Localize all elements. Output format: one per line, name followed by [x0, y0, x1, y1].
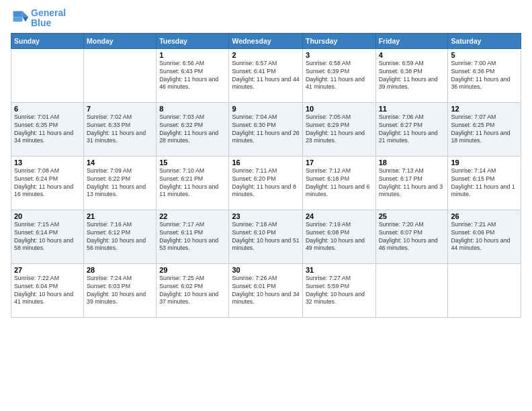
cell-info: Sunrise: 7:15 AMSunset: 6:14 PMDaylight:… [14, 221, 81, 253]
logo-text: General Blue [31, 8, 66, 29]
svg-marker-0 [23, 11, 29, 17]
day-number: 14 [87, 158, 153, 167]
day-number: 5 [451, 51, 518, 59]
cell-info: Sunrise: 7:09 AMSunset: 6:22 PMDaylight:… [87, 167, 153, 199]
calendar-cell: 27Sunrise: 7:22 AMSunset: 6:04 PMDayligh… [11, 263, 84, 317]
cell-info: Sunrise: 7:08 AMSunset: 6:24 PMDaylight:… [14, 167, 81, 199]
calendar-cell: 8Sunrise: 7:03 AMSunset: 6:32 PMDaylight… [157, 102, 229, 156]
day-number: 7 [87, 105, 153, 113]
calendar-header-monday: Monday [84, 33, 157, 48]
calendar-cell: 23Sunrise: 7:18 AMSunset: 6:10 PMDayligh… [229, 210, 303, 263]
day-number: 29 [159, 266, 226, 274]
day-number: 23 [232, 212, 300, 220]
cell-info: Sunrise: 7:12 AMSunset: 6:18 PMDaylight:… [306, 167, 373, 199]
calendar-header-saturday: Saturday [448, 33, 521, 48]
calendar-header-friday: Friday [375, 33, 448, 48]
day-number: 4 [379, 51, 445, 59]
calendar-header-sunday: Sunday [11, 33, 84, 48]
cell-info: Sunrise: 7:18 AMSunset: 6:10 PMDaylight:… [232, 221, 300, 253]
calendar-week-3: 20Sunrise: 7:15 AMSunset: 6:14 PMDayligh… [11, 210, 521, 263]
cell-info: Sunrise: 7:17 AMSunset: 6:11 PMDaylight:… [159, 221, 226, 253]
cell-info: Sunrise: 7:01 AMSunset: 6:35 PMDaylight:… [14, 113, 81, 146]
day-number: 11 [379, 105, 445, 113]
calendar-table: SundayMondayTuesdayWednesdayThursdayFrid… [11, 33, 521, 318]
cell-info: Sunrise: 7:02 AMSunset: 6:33 PMDaylight:… [87, 113, 153, 146]
svg-rect-3 [13, 17, 23, 22]
svg-marker-1 [23, 17, 29, 22]
cell-info: Sunrise: 7:22 AMSunset: 6:04 PMDaylight:… [14, 275, 81, 307]
calendar-cell: 16Sunrise: 7:11 AMSunset: 6:20 PMDayligh… [229, 156, 303, 210]
calendar-week-1: 6Sunrise: 7:01 AMSunset: 6:35 PMDaylight… [11, 102, 521, 156]
calendar-cell: 5Sunrise: 7:00 AMSunset: 6:36 PMDaylight… [448, 48, 521, 102]
calendar-header-thursday: Thursday [302, 33, 375, 48]
calendar-header-tuesday: Tuesday [157, 33, 229, 48]
calendar-cell: 20Sunrise: 7:15 AMSunset: 6:14 PMDayligh… [11, 210, 84, 263]
cell-info: Sunrise: 6:57 AMSunset: 6:41 PMDaylight:… [232, 60, 300, 92]
cell-info: Sunrise: 7:00 AMSunset: 6:36 PMDaylight:… [451, 60, 518, 92]
cell-info: Sunrise: 7:10 AMSunset: 6:21 PMDaylight:… [159, 167, 226, 199]
calendar-cell: 4Sunrise: 6:59 AMSunset: 6:38 PMDaylight… [375, 48, 448, 102]
cell-info: Sunrise: 7:04 AMSunset: 6:30 PMDaylight:… [232, 113, 300, 146]
calendar-cell: 7Sunrise: 7:02 AMSunset: 6:33 PMDaylight… [84, 102, 157, 156]
cell-info: Sunrise: 7:27 AMSunset: 5:59 PMDaylight:… [306, 275, 373, 307]
calendar-cell: 18Sunrise: 7:13 AMSunset: 6:17 PMDayligh… [375, 156, 448, 210]
logo: General Blue [11, 8, 66, 29]
cell-info: Sunrise: 7:05 AMSunset: 6:29 PMDaylight:… [306, 113, 373, 146]
calendar-cell: 11Sunrise: 7:06 AMSunset: 6:27 PMDayligh… [375, 102, 448, 156]
calendar-cell: 13Sunrise: 7:08 AMSunset: 6:24 PMDayligh… [11, 156, 84, 210]
day-number: 22 [159, 212, 226, 220]
calendar-cell: 31Sunrise: 7:27 AMSunset: 5:59 PMDayligh… [302, 263, 375, 317]
day-number: 27 [14, 266, 81, 274]
cell-info: Sunrise: 7:25 AMSunset: 6:02 PMDaylight:… [159, 275, 226, 307]
calendar-cell: 29Sunrise: 7:25 AMSunset: 6:02 PMDayligh… [157, 263, 229, 317]
day-number: 10 [306, 105, 373, 113]
calendar-cell [375, 263, 448, 317]
day-number: 17 [306, 158, 373, 167]
calendar-cell: 28Sunrise: 7:24 AMSunset: 6:03 PMDayligh… [84, 263, 157, 317]
calendar-cell: 14Sunrise: 7:09 AMSunset: 6:22 PMDayligh… [84, 156, 157, 210]
cell-info: Sunrise: 7:24 AMSunset: 6:03 PMDaylight:… [87, 275, 153, 307]
calendar-cell: 17Sunrise: 7:12 AMSunset: 6:18 PMDayligh… [302, 156, 375, 210]
cell-info: Sunrise: 7:13 AMSunset: 6:17 PMDaylight:… [379, 167, 445, 199]
day-number: 30 [232, 266, 300, 274]
calendar-cell: 15Sunrise: 7:10 AMSunset: 6:21 PMDayligh… [157, 156, 229, 210]
header: General Blue [11, 8, 521, 29]
calendar-cell: 2Sunrise: 6:57 AMSunset: 6:41 PMDaylight… [229, 48, 303, 102]
day-number: 2 [232, 51, 300, 59]
svg-rect-2 [13, 11, 23, 17]
page: General Blue SundayMondayTuesdayWednesda… [0, 0, 532, 411]
day-number: 18 [379, 158, 445, 167]
calendar-cell: 30Sunrise: 7:26 AMSunset: 6:01 PMDayligh… [229, 263, 303, 317]
day-number: 13 [14, 158, 81, 167]
day-number: 8 [159, 105, 226, 113]
day-number: 26 [451, 212, 518, 220]
calendar-cell [84, 48, 157, 102]
day-number: 31 [306, 266, 373, 274]
day-number: 21 [87, 212, 153, 220]
day-number: 28 [87, 266, 153, 274]
day-number: 25 [379, 212, 445, 220]
calendar-week-2: 13Sunrise: 7:08 AMSunset: 6:24 PMDayligh… [11, 156, 521, 210]
calendar-cell: 26Sunrise: 7:21 AMSunset: 6:06 PMDayligh… [448, 210, 521, 263]
cell-info: Sunrise: 7:03 AMSunset: 6:32 PMDaylight:… [159, 113, 226, 146]
calendar-header-row: SundayMondayTuesdayWednesdayThursdayFrid… [11, 33, 521, 48]
cell-info: Sunrise: 6:58 AMSunset: 6:39 PMDaylight:… [306, 60, 373, 92]
logo-icon [11, 9, 30, 28]
calendar-cell: 25Sunrise: 7:20 AMSunset: 6:07 PMDayligh… [375, 210, 448, 263]
day-number: 6 [14, 105, 81, 113]
calendar-week-0: 1Sunrise: 6:56 AMSunset: 6:43 PMDaylight… [11, 48, 521, 102]
cell-info: Sunrise: 7:16 AMSunset: 6:12 PMDaylight:… [87, 221, 153, 253]
calendar-cell: 19Sunrise: 7:14 AMSunset: 6:15 PMDayligh… [448, 156, 521, 210]
calendar-cell [11, 48, 84, 102]
cell-info: Sunrise: 6:56 AMSunset: 6:43 PMDaylight:… [159, 60, 226, 92]
day-number: 3 [306, 51, 373, 59]
calendar-cell: 1Sunrise: 6:56 AMSunset: 6:43 PMDaylight… [157, 48, 229, 102]
calendar-cell: 24Sunrise: 7:19 AMSunset: 6:08 PMDayligh… [302, 210, 375, 263]
cell-info: Sunrise: 7:26 AMSunset: 6:01 PMDaylight:… [232, 275, 300, 307]
cell-info: Sunrise: 7:11 AMSunset: 6:20 PMDaylight:… [232, 167, 300, 199]
calendar-cell: 3Sunrise: 6:58 AMSunset: 6:39 PMDaylight… [302, 48, 375, 102]
day-number: 12 [451, 105, 518, 113]
cell-info: Sunrise: 7:21 AMSunset: 6:06 PMDaylight:… [451, 221, 518, 253]
calendar-cell [448, 263, 521, 317]
cell-info: Sunrise: 7:06 AMSunset: 6:27 PMDaylight:… [379, 113, 445, 146]
